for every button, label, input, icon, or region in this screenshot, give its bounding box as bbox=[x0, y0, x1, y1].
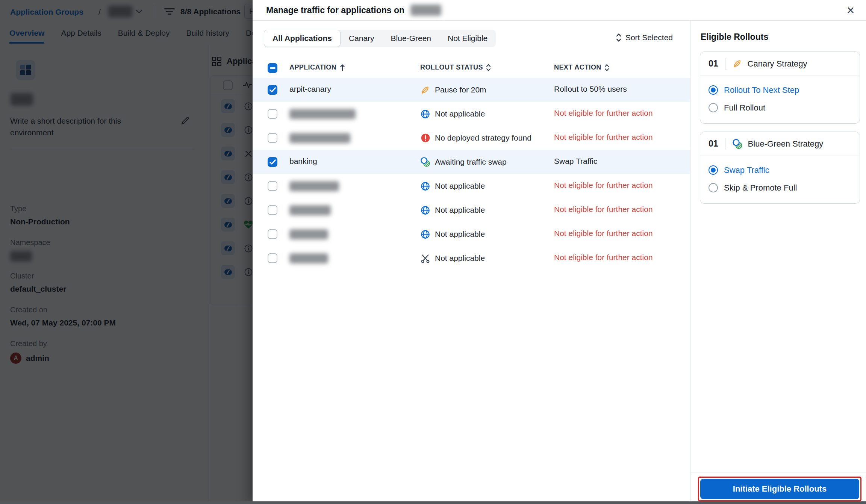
select-all-checkbox-indeterminate[interactable] bbox=[268, 63, 277, 73]
globe-icon bbox=[420, 181, 430, 191]
table-row: Not applicableNot eligible for further a… bbox=[253, 246, 690, 270]
strategy-option[interactable]: Swap Traffic bbox=[709, 161, 851, 179]
application-name: banking bbox=[289, 157, 317, 166]
strategy-card-blue-green-strategy: 01Blue-Green StrategySwap TrafficSkip & … bbox=[700, 132, 860, 204]
strategy-option[interactable]: Full Rollout bbox=[709, 99, 851, 117]
table-header-row: APPLICATION ROLLOUT STATUS NEXT ACTION bbox=[253, 58, 690, 79]
sort-selected-control[interactable]: Sort Selected bbox=[616, 33, 673, 42]
strategy-option-label: Swap Traffic bbox=[724, 165, 769, 175]
redacted-application-name bbox=[289, 133, 350, 143]
canary-feather-icon bbox=[732, 59, 742, 69]
table-row: Not applicableNot eligible for further a… bbox=[253, 102, 690, 126]
modal-tab-blue-green[interactable]: Blue-Green bbox=[383, 30, 439, 47]
column-label: ROLLOUT STATUS bbox=[420, 64, 483, 71]
globe-icon bbox=[420, 109, 430, 119]
redacted-application-name bbox=[289, 253, 328, 263]
redacted-application-name bbox=[289, 181, 339, 191]
row-checkbox[interactable] bbox=[268, 229, 277, 239]
strategy-index: 01 bbox=[709, 139, 718, 149]
redacted-environment-name bbox=[410, 5, 441, 16]
rollout-status-text: Not applicable bbox=[435, 182, 485, 191]
divider bbox=[725, 138, 725, 150]
strategy-option-label: Full Rollout bbox=[724, 103, 765, 113]
column-label: APPLICATION bbox=[289, 64, 336, 71]
rollout-status-text: Pause for 20m bbox=[435, 85, 486, 94]
table-row: arpit-canaryPause for 20mRollout to 50% … bbox=[253, 78, 690, 102]
blue-green-icon bbox=[420, 157, 430, 167]
radio-button[interactable] bbox=[709, 165, 718, 175]
close-icon[interactable]: ✕ bbox=[844, 4, 857, 17]
row-checkbox[interactable] bbox=[268, 109, 277, 119]
redacted-application-name bbox=[289, 109, 356, 119]
sort-both-icon bbox=[604, 64, 609, 71]
alert-icon bbox=[420, 133, 430, 143]
modal-main: All ApplicationsCanaryBlue-GreenNot Elig… bbox=[253, 21, 690, 504]
modal-tab-canary[interactable]: Canary bbox=[341, 30, 383, 47]
initiate-eligible-rollouts-button[interactable]: Initiate Eligible Rollouts bbox=[700, 479, 859, 499]
rollout-status: Not applicable bbox=[420, 102, 485, 126]
window-bottom-edge bbox=[0, 501, 866, 504]
panel-footer: Initiate Eligible Rollouts bbox=[690, 472, 866, 504]
eligible-rollouts-panel: Eligible Rollouts 01Canary StrategyRollo… bbox=[690, 21, 866, 504]
rollout-status: Not applicable bbox=[420, 174, 485, 198]
table-row: bankingAwaiting traffic swapSwap Traffic bbox=[253, 150, 690, 174]
rollout-status: Pause for 20m bbox=[420, 78, 486, 102]
scissors-icon bbox=[420, 253, 430, 263]
row-checkbox[interactable] bbox=[268, 133, 277, 143]
eligible-rollouts-title: Eligible Rollouts bbox=[701, 32, 768, 42]
strategy-name: Blue-Green Strategy bbox=[732, 139, 824, 149]
divider bbox=[725, 58, 725, 70]
strategy-option[interactable]: Rollout To Next Step bbox=[709, 81, 851, 99]
table-row: Not applicableNot eligible for further a… bbox=[253, 198, 690, 222]
row-checkbox[interactable] bbox=[268, 205, 277, 215]
annotation-highlight-box: Initiate Eligible Rollouts bbox=[698, 477, 861, 501]
column-header-next-action[interactable]: NEXT ACTION bbox=[554, 64, 609, 71]
redacted-application-name bbox=[289, 205, 331, 215]
rollout-status-text: Not applicable bbox=[435, 254, 485, 263]
strategy-option[interactable]: Skip & Promote Full bbox=[709, 179, 851, 197]
column-label: NEXT ACTION bbox=[554, 64, 601, 71]
modal-header: Manage traffic for applications on ✕ bbox=[253, 0, 866, 21]
sort-updown-icon bbox=[616, 33, 622, 42]
row-checkbox[interactable] bbox=[268, 253, 277, 263]
rollout-status: Not applicable bbox=[420, 246, 485, 270]
row-checkbox[interactable] bbox=[268, 181, 277, 191]
modal-tab-not-eligible[interactable]: Not Eligible bbox=[439, 30, 496, 47]
arrow-up-icon bbox=[339, 64, 345, 71]
table-row: No deployed strategy foundNot eligible f… bbox=[253, 126, 690, 150]
radio-button[interactable] bbox=[709, 85, 718, 95]
modal-tab-all-applications[interactable]: All Applications bbox=[264, 30, 341, 47]
rollout-status-text: Not applicable bbox=[435, 230, 485, 239]
next-action: Not eligible for further action bbox=[554, 253, 653, 262]
next-action: Not eligible for further action bbox=[554, 109, 653, 118]
row-checkbox[interactable] bbox=[268, 85, 277, 95]
rollout-status: Awaiting traffic swap bbox=[420, 150, 507, 174]
sort-both-icon bbox=[486, 64, 491, 71]
strategy-option-label: Skip & Promote Full bbox=[724, 183, 797, 193]
applications-filter-tabs: All ApplicationsCanaryBlue-GreenNot Elig… bbox=[264, 30, 496, 47]
blue-green-icon bbox=[732, 139, 743, 149]
radio-button[interactable] bbox=[709, 103, 718, 112]
next-action: Not eligible for further action bbox=[554, 205, 653, 214]
rollout-status: No deployed strategy found bbox=[420, 126, 531, 150]
table-row: Not applicableNot eligible for further a… bbox=[253, 222, 690, 246]
column-header-application[interactable]: APPLICATION bbox=[289, 64, 345, 71]
radio-button[interactable] bbox=[709, 183, 718, 192]
strategy-options: Rollout To Next StepFull Rollout bbox=[700, 76, 860, 123]
rollout-status: Not applicable bbox=[420, 222, 485, 246]
strategy-option-label: Rollout To Next Step bbox=[724, 85, 799, 95]
rollout-status: Not applicable bbox=[420, 198, 485, 222]
strategy-index: 01 bbox=[709, 59, 718, 69]
globe-icon bbox=[420, 229, 430, 239]
modal-title: Manage traffic for applications on bbox=[266, 5, 404, 15]
strategy-card-header: 01Canary Strategy bbox=[700, 52, 860, 76]
row-checkbox[interactable] bbox=[268, 157, 277, 167]
strategy-card-header: 01Blue-Green Strategy bbox=[700, 132, 860, 156]
sort-selected-label: Sort Selected bbox=[625, 33, 673, 42]
table-row: Not applicableNot eligible for further a… bbox=[253, 174, 690, 198]
column-header-rollout-status[interactable]: ROLLOUT STATUS bbox=[420, 64, 491, 71]
strategy-card-canary-strategy: 01Canary StrategyRollout To Next StepFul… bbox=[700, 51, 860, 124]
application-name: arpit-canary bbox=[289, 85, 331, 94]
next-action: Not eligible for further action bbox=[554, 133, 653, 142]
globe-icon bbox=[420, 205, 430, 215]
